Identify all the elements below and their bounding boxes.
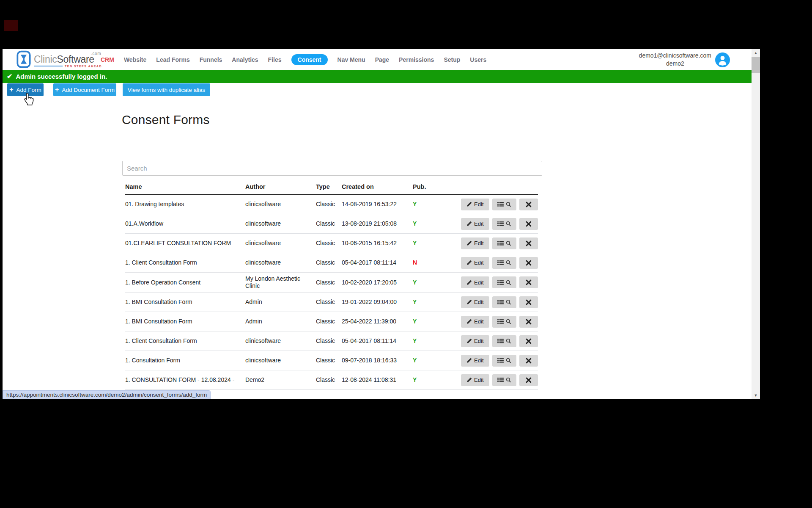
cell-created-on: 05-04-2017 08:11:14	[342, 337, 413, 345]
cell-pub-flag: Y	[413, 201, 461, 208]
nav-item-consent[interactable]: Consent	[291, 54, 328, 65]
row-actions: Edit	[461, 276, 538, 288]
delete-button[interactable]	[519, 316, 538, 328]
nav-item-funnels[interactable]: Funnels	[200, 56, 222, 63]
fields-search-button[interactable]	[492, 355, 517, 367]
close-icon	[526, 319, 532, 325]
table-row: 01.CLEARLIFT CONSULTATION FORM clinicsof…	[125, 234, 538, 253]
magnifier-icon	[506, 221, 511, 226]
magnifier-icon	[506, 202, 511, 207]
plus-icon: +	[55, 86, 59, 93]
edit-button[interactable]: Edit	[461, 276, 489, 288]
fields-search-button[interactable]	[492, 218, 517, 230]
cell-type: Classic	[316, 376, 342, 384]
list-icon	[497, 338, 504, 344]
vertical-scrollbar[interactable]: ▲ ▼	[752, 49, 760, 399]
search-input[interactable]	[122, 161, 542, 176]
delete-button[interactable]	[519, 335, 538, 347]
logo-tld: .com	[91, 51, 101, 56]
delete-button[interactable]	[519, 199, 538, 210]
logo-tagline: TEN STEPS AHEAD	[65, 65, 102, 68]
row-actions: Edit	[461, 199, 538, 210]
close-icon	[526, 240, 532, 246]
cell-pub-flag: Y	[413, 357, 461, 364]
status-bar-url: https://appointments.clinicsoftware.com/…	[3, 390, 211, 399]
alert-message: Admin successfully logged in.	[16, 73, 107, 80]
fields-search-button[interactable]	[492, 316, 517, 328]
desktop-background: .com ClinicSoftware TEN STEPS AHEAD CRMW…	[0, 0, 812, 508]
nav-item-website[interactable]: Website	[124, 56, 146, 63]
logo-brand-software: Software	[57, 54, 94, 65]
delete-button[interactable]	[519, 257, 538, 269]
nav-item-page[interactable]: Page	[375, 56, 389, 63]
app-header: .com ClinicSoftware TEN STEPS AHEAD CRMW…	[3, 49, 752, 70]
pencil-icon	[466, 338, 472, 344]
magnifier-icon	[506, 358, 511, 363]
table-row: 01.A.Workflow clinicsoftware Classic 13-…	[125, 214, 538, 234]
cell-name: 01.A.Workflow	[125, 220, 245, 227]
edit-button[interactable]: Edit	[461, 199, 489, 210]
nav-item-files[interactable]: Files	[268, 56, 282, 63]
magnifier-icon	[506, 319, 511, 324]
delete-button[interactable]	[519, 218, 538, 230]
nav-item-crm[interactable]: CRM	[101, 56, 114, 63]
cell-type: Classic	[316, 259, 342, 266]
fields-search-button[interactable]	[492, 374, 517, 386]
delete-button[interactable]	[519, 237, 538, 249]
row-actions: Edit	[461, 374, 538, 386]
cell-created-on: 09-07-2018 18:16:33	[342, 357, 413, 364]
row-actions: Edit	[461, 237, 538, 249]
col-header-pub: Pub.	[413, 183, 461, 190]
account-widget[interactable]: demo1@clinicsoftware.com demo2	[639, 52, 730, 68]
delete-button[interactable]	[519, 296, 538, 308]
magnifier-icon	[506, 260, 511, 265]
fields-search-button[interactable]	[492, 296, 517, 308]
nav-item-users[interactable]: Users	[470, 56, 486, 63]
fields-search-button[interactable]	[492, 237, 517, 249]
cell-created-on: 19-01-2022 09:04:00	[342, 298, 413, 306]
view-duplicate-alias-button[interactable]: View forms with duplicate alias	[123, 83, 210, 96]
fields-search-button[interactable]	[492, 257, 517, 269]
cell-name: 1. CONSULTATION FORM - 12.08.2024 -	[125, 376, 245, 384]
edit-button[interactable]: Edit	[461, 237, 489, 249]
add-document-form-button[interactable]: + Add Document Form	[53, 83, 116, 96]
magnifier-icon	[506, 280, 511, 285]
cell-type: Classic	[316, 357, 342, 364]
cell-author: clinicsoftware	[245, 201, 316, 208]
edit-button[interactable]: Edit	[461, 355, 489, 367]
cell-name: 01. Drawing templates	[125, 201, 245, 208]
edit-button[interactable]: Edit	[461, 316, 489, 328]
nav-item-nav-menu[interactable]: Nav Menu	[337, 56, 365, 63]
cell-name: 1. BMI Consultation Form	[125, 298, 245, 306]
nav-item-analytics[interactable]: Analytics	[232, 56, 258, 63]
nav-item-setup[interactable]: Setup	[444, 56, 460, 63]
edit-button[interactable]: Edit	[461, 335, 489, 347]
cell-created-on: 13-08-2019 21:05:08	[342, 220, 413, 227]
fields-search-button[interactable]	[492, 276, 517, 288]
user-avatar-icon[interactable]	[715, 52, 730, 67]
fields-search-button[interactable]	[492, 335, 517, 347]
cell-type: Classic	[316, 337, 342, 345]
edit-button[interactable]: Edit	[461, 374, 489, 386]
cell-type: Classic	[316, 220, 342, 227]
cell-name: 1. Client Consultation Form	[125, 259, 245, 266]
clinicsoftware-logo[interactable]: .com ClinicSoftware TEN STEPS AHEAD	[16, 50, 102, 68]
delete-button[interactable]	[519, 374, 538, 386]
fields-search-button[interactable]	[492, 199, 517, 210]
cell-name: 1. Consultation Form	[125, 357, 245, 364]
row-actions: Edit	[461, 218, 538, 230]
delete-button[interactable]	[519, 355, 538, 367]
scroll-up-arrow-icon[interactable]: ▲	[752, 49, 760, 57]
nav-item-lead-forms[interactable]: Lead Forms	[156, 56, 189, 63]
screen-artifact	[4, 20, 18, 31]
edit-button[interactable]: Edit	[461, 218, 489, 230]
nav-item-permissions[interactable]: Permissions	[399, 56, 434, 63]
edit-button[interactable]: Edit	[461, 257, 489, 269]
delete-button[interactable]	[519, 276, 538, 288]
edit-button[interactable]: Edit	[461, 296, 489, 308]
list-icon	[497, 377, 504, 383]
scrollbar-thumb[interactable]	[752, 57, 760, 73]
col-header-author: Author	[245, 183, 316, 190]
cell-author: Admin	[245, 318, 316, 325]
scroll-down-arrow-icon[interactable]: ▼	[752, 392, 760, 399]
